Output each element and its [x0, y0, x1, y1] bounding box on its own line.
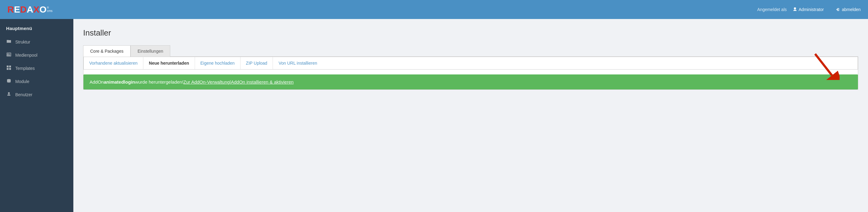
logo-sup: ® cms	[47, 6, 52, 12]
addon-verwaltung-link[interactable]: Zur AddOn-Verwaltung	[183, 79, 230, 84]
sidebar-item-module[interactable]: Module	[0, 75, 73, 88]
database-icon	[6, 78, 11, 84]
sidebar-item-medienpool[interactable]: Medienpool	[0, 48, 73, 61]
sidebar-item-benutzer[interactable]: Benutzer	[0, 88, 73, 101]
folder-icon	[6, 39, 11, 45]
sidebar-item-struktur[interactable]: Struktur	[0, 35, 73, 48]
svg-rect-5	[7, 68, 8, 70]
svg-rect-4	[9, 65, 11, 68]
addon-name: animatedlogin	[104, 79, 135, 84]
svg-rect-0	[7, 53, 11, 56]
main-layout: Hauptmenü Struktur Medienpool Templates …	[0, 19, 868, 212]
sub-nav-vorhandene[interactable]: Vorhandene aktualisieren	[84, 57, 143, 69]
tabs-bar: Core & Packages Einstellungen	[83, 45, 858, 57]
logo-registered: ®	[47, 6, 52, 9]
sidebar-label-medienpool: Medienpool	[15, 53, 37, 58]
page-title: Installer	[83, 28, 858, 38]
logo-text: REDAXO	[7, 5, 46, 14]
sub-nav-url[interactable]: Von URL installieren	[273, 57, 322, 69]
header-right: Angemeldet als Administrator abmelden	[757, 7, 861, 12]
top-header: REDAXO ® cms Angemeldet als Administrato…	[0, 0, 868, 19]
content-card: Vorhandene aktualisieren Neue herunterla…	[83, 57, 858, 90]
image-icon	[6, 52, 11, 58]
alert-text-before: AddOn	[90, 79, 104, 84]
addon-install-link[interactable]: AddOn installieren & aktivieren	[231, 79, 294, 84]
sidebar-item-templates[interactable]: Templates	[0, 61, 73, 75]
sidebar-title: Hauptmenü	[0, 19, 73, 35]
tab-core-packages[interactable]: Core & Packages	[83, 45, 130, 57]
alert-container: AddOn animatedlogin wurde heruntergelade…	[84, 75, 858, 89]
sidebar: Hauptmenü Struktur Medienpool Templates …	[0, 19, 73, 212]
svg-rect-6	[9, 68, 11, 70]
logo: REDAXO ® cms	[7, 5, 53, 14]
sidebar-label-struktur: Struktur	[15, 39, 30, 45]
alert-text-after: wurde heruntergeladen!	[135, 79, 183, 84]
admin-link[interactable]: Administrator	[793, 7, 824, 12]
angemeldet-label: Angemeldet als	[757, 7, 787, 12]
sub-nav-neue[interactable]: Neue herunterladen	[143, 57, 195, 69]
user-sidebar-icon	[6, 91, 11, 98]
alert-success: AddOn animatedlogin wurde heruntergelade…	[84, 75, 858, 89]
sidebar-label-module: Module	[15, 79, 29, 84]
sub-nav-eigene[interactable]: Eigene hochladen	[195, 57, 241, 69]
sub-nav-zip[interactable]: ZIP Upload	[241, 57, 273, 69]
sub-nav: Vorhandene aktualisieren Neue herunterla…	[84, 57, 858, 70]
user-icon	[793, 7, 797, 11]
grid-icon	[6, 65, 11, 71]
sidebar-label-benutzer: Benutzer	[15, 92, 32, 97]
abmelden-link[interactable]: abmelden	[836, 7, 861, 12]
svg-rect-3	[7, 65, 8, 68]
sidebar-label-templates: Templates	[15, 66, 35, 71]
tab-einstellungen[interactable]: Einstellungen	[130, 45, 170, 57]
logout-icon	[836, 7, 840, 11]
content-area: Installer Core & Packages Einstellungen …	[73, 19, 868, 212]
logo-cms: cms	[47, 9, 52, 12]
